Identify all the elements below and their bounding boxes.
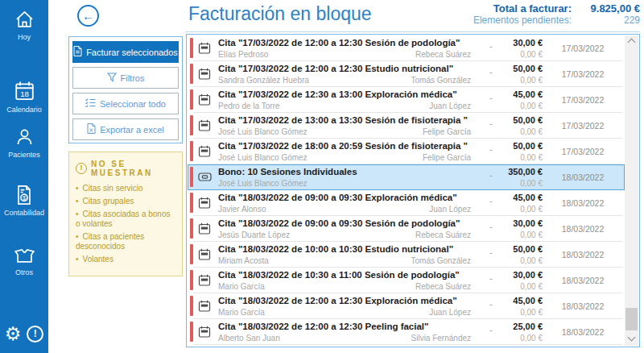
total-label: Total a facturar: <box>493 2 572 15</box>
item-dash: - <box>489 325 493 334</box>
appointment-calendar-icon <box>198 326 211 341</box>
item-patient: Elías Pedroso <box>218 50 268 59</box>
item-paid-amount: 0,00 € <box>520 282 543 291</box>
item-amount: 30,00 € <box>513 218 543 228</box>
item-title: Cita "18/03/2022 de 10:00 a 10:30 Estudi… <box>218 244 453 254</box>
invoice-list-item[interactable]: Cita "18/03/2022 de 12:00 a 12:30 Peelin… <box>188 319 625 345</box>
appointment-calendar-icon <box>198 222 211 238</box>
invoice-list-item[interactable]: Bono: 10 Sesiones Individuales José Luis… <box>188 164 625 190</box>
item-date: 18/03/2022 <box>552 172 613 182</box>
header-divider <box>185 31 640 32</box>
invoice-list-item[interactable]: Cita "17/03/2022 de 12:00 a 12:30 Sesión… <box>188 35 625 61</box>
item-professional: Juan López <box>378 102 471 110</box>
sidebar-item-pacientes[interactable]: Pacientes <box>0 127 48 159</box>
item-amount: 25,00 € <box>513 322 543 331</box>
invoice-list-item[interactable]: Cita "17/03/2022 de 12:00 a 12:30 Estudi… <box>188 61 625 87</box>
patients-icon <box>0 127 48 148</box>
item-date: 18/03/2022 <box>552 327 613 337</box>
invoice-list-item[interactable]: Cita "18/03/2022 de 09:00 a 09:30 Sesión… <box>188 216 625 242</box>
item-paid-amount: 0,00 € <box>520 127 543 136</box>
invoice-list-item[interactable]: Cita "18/03/2022 de 10:00 a 10:30 Estudi… <box>188 242 625 268</box>
item-date: 17/03/2022 <box>552 147 613 156</box>
item-paid-amount: 0,00 € <box>520 205 543 214</box>
item-date: 17/03/2022 <box>552 95 613 105</box>
item-paid-amount: 0,00 € <box>520 76 543 85</box>
bono-ticket-icon <box>198 171 212 186</box>
pending-indicator-bar <box>190 64 193 84</box>
invoice-list: Cita "17/03/2022 de 12:00 a 12:30 Sesión… <box>186 34 640 347</box>
item-title: Cita "18/03/2022 de 12:00 a 12:30 Peelin… <box>218 322 429 331</box>
warning-list: Citas sin servicioCitas grupalesCitas as… <box>76 184 175 264</box>
sidebar-item-label: Hoy <box>0 33 48 41</box>
item-date: 17/03/2022 <box>552 44 613 53</box>
sidebar: Hoy 18 Calendario Pacientes <box>0 0 48 353</box>
item-paid-amount: 0,00 € <box>520 102 543 110</box>
item-professional: Tomás González <box>378 256 471 265</box>
list-scrollbar[interactable] <box>625 35 638 346</box>
item-amount: 50,00 € <box>513 244 543 254</box>
back-button[interactable]: ← <box>77 5 99 27</box>
sidebar-item-hoy[interactable]: Hoy <box>0 9 48 41</box>
item-professional: Tomás González <box>378 76 471 85</box>
scroll-up-icon[interactable] <box>625 35 638 48</box>
appointment-calendar-icon <box>198 93 211 109</box>
item-paid-amount: 0,00 € <box>520 50 543 59</box>
item-title: Cita "18/03/2022 de 12:00 a 12:30 Explor… <box>218 296 457 305</box>
sidebar-item-contabilidad[interactable]: $ Contabilidad <box>0 184 48 217</box>
pending-indicator-bar <box>190 89 193 110</box>
item-title: Cita "17/03/2022 de 13:00 a 13:30 Sesión… <box>218 115 468 125</box>
item-patient: Javier Alonso <box>218 205 266 214</box>
filters-label: Filtros <box>121 73 145 83</box>
item-dash: - <box>489 222 493 231</box>
sidebar-item-otros[interactable]: Otros <box>0 244 48 276</box>
invoice-selected-button[interactable]: Facturar seleccionados <box>72 41 179 63</box>
sidebar-item-label: Otros <box>0 268 48 276</box>
item-date: 17/03/2022 <box>552 121 613 131</box>
total-value: 9.825,00 € <box>572 2 640 15</box>
item-title: Cita "17/03/2022 de 12:00 a 12:30 Sesión… <box>218 38 460 48</box>
invoice-rows: Cita "17/03/2022 de 12:00 a 12:30 Sesión… <box>188 35 625 346</box>
item-patient: José Luis Blanco Gómez <box>218 153 308 162</box>
alerts-icon[interactable]: ! <box>27 326 43 343</box>
invoice-list-item[interactable]: Cita "18/03/2022 de 09:00 a 09:30 Explor… <box>188 190 625 216</box>
item-title: Cita "17/03/2022 de 12:00 a 12:30 Estudi… <box>218 64 453 73</box>
invoice-list-item[interactable]: Cita "18/03/2022 de 10:30 a 11:00 Sesión… <box>188 268 625 293</box>
item-amount: 30,00 € <box>513 270 543 280</box>
appointment-calendar-icon <box>198 248 211 264</box>
filter-funnel-icon <box>107 73 117 84</box>
pending-indicator-bar <box>190 270 193 290</box>
appointment-calendar-icon <box>198 300 211 315</box>
item-date: 18/03/2022 <box>552 276 613 285</box>
sidebar-item-label: Calendario <box>0 106 48 114</box>
item-patient: Alberto San Juan <box>218 334 280 343</box>
item-title: Cita "18/03/2022 de 10:30 a 11:00 Sesión… <box>218 270 460 280</box>
item-patient: Miriam Acosta <box>218 256 269 265</box>
item-professional: Juan López <box>378 308 471 317</box>
invoice-list-item[interactable]: Cita "17/03/2022 de 13:00 a 13:30 Sesión… <box>188 113 625 139</box>
item-paid-amount: 0,00 € <box>520 256 543 265</box>
page-title: Facturación en bloque <box>188 3 372 25</box>
scrollbar-thumb[interactable] <box>625 308 638 330</box>
appointment-calendar-icon <box>198 119 211 135</box>
item-dash: - <box>489 273 493 283</box>
sidebar-item-label: Contabilidad <box>0 209 48 217</box>
item-professional: Rebeca Suárez <box>378 230 471 239</box>
select-all-button[interactable]: Seleccionar todo <box>72 93 179 114</box>
export-excel-label: Exportar a excel <box>100 125 163 135</box>
pending-indicator-bar <box>190 296 193 316</box>
filters-button[interactable]: Filtros <box>72 67 179 89</box>
invoice-list-item[interactable]: Cita "18/03/2022 de 12:00 a 12:30 Explor… <box>188 293 625 319</box>
invoice-list-item[interactable]: Cita "17/03/2022 de 18:00 a 20:59 Sesión… <box>188 139 625 164</box>
invoice-list-item[interactable]: Cita "17/03/2022 de 12:30 a 13:00 Explor… <box>188 87 625 113</box>
item-title: Cita "17/03/2022 de 12:30 a 13:00 Explor… <box>218 89 457 99</box>
warning-item: Citas grupales <box>76 197 175 206</box>
item-dash: - <box>489 41 493 51</box>
warning-item: Volantes <box>76 255 175 264</box>
sidebar-item-calendario[interactable]: 18 Calendario <box>0 80 48 114</box>
pending-indicator-bar <box>190 167 193 187</box>
settings-gear-icon[interactable]: ⚙ <box>5 325 22 343</box>
item-patient: Pedro de la Torre <box>218 102 280 110</box>
item-amount: 45,00 € <box>513 89 543 99</box>
scroll-down-icon[interactable] <box>625 333 638 346</box>
export-excel-button[interactable]: Exportar a excel <box>72 118 179 140</box>
